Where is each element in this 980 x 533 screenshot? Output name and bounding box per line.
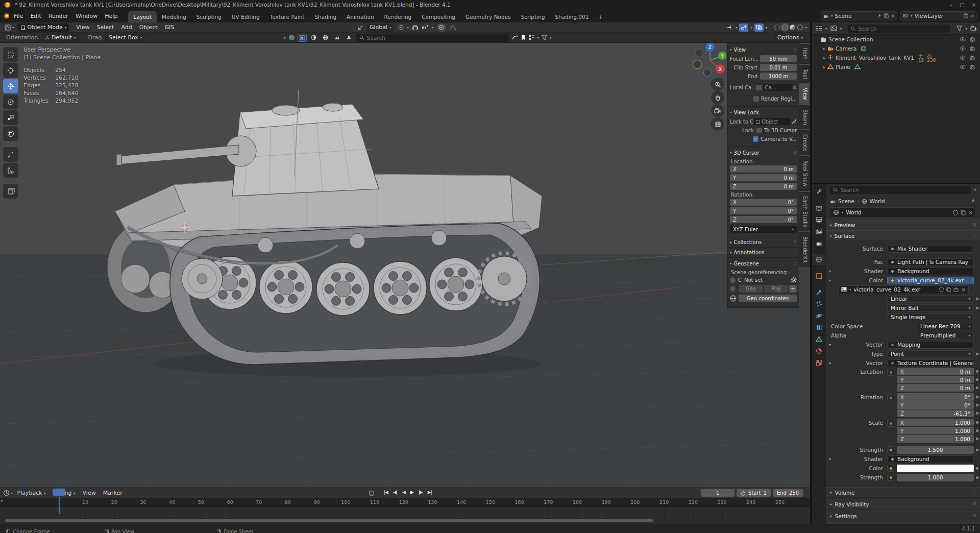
properties-filter-caret[interactable]: ▾ — [974, 188, 976, 191]
panel-3d-cursor-header[interactable]: ▾3D Cursor⠿ — [730, 148, 797, 157]
tool-measure[interactable] — [3, 163, 18, 178]
expand-arrow[interactable]: ▸ — [821, 56, 827, 60]
tree-icon[interactable] — [528, 35, 535, 40]
tool-orientation-dropdown[interactable]: Default▾ — [42, 34, 79, 42]
minimize-button[interactable]: – — [950, 2, 952, 8]
mapping-location-z[interactable]: Z0 m — [897, 384, 974, 392]
gis-search[interactable] — [356, 34, 509, 42]
gis-search-input[interactable] — [367, 35, 423, 41]
strength-field[interactable]: 1.500 — [897, 446, 974, 454]
hide-render-camera-icon[interactable] — [970, 64, 976, 69]
current-frame-field[interactable]: 1 — [701, 489, 734, 497]
xray-toggle-icon[interactable] — [754, 23, 764, 32]
fac-field[interactable]: Light Path | Is Camera Ray — [887, 258, 974, 266]
rgb-sphere-icon[interactable] — [288, 34, 295, 41]
editor-type-icon[interactable] — [3, 23, 12, 32]
hide-viewport-eye-icon[interactable] — [960, 55, 966, 60]
properties-tab-scene[interactable] — [813, 237, 825, 249]
shading-caret[interactable]: ▾ — [805, 26, 807, 29]
panel-volume-header[interactable]: ▾Volume⠿ — [826, 487, 980, 498]
properties-tab-world[interactable] — [813, 254, 825, 265]
sidebar-tab-item[interactable]: Item — [799, 44, 810, 64]
shader-field[interactable]: Background — [887, 268, 974, 275]
world-datablock[interactable]: ▾ World × — [830, 207, 976, 217]
cursor-rotation-x[interactable]: X0° — [730, 199, 797, 206]
crs-radio[interactable] — [730, 277, 736, 283]
tool-rotate[interactable] — [3, 94, 18, 109]
clip-end-field[interactable]: 1000 m — [760, 72, 797, 80]
menu-edit[interactable]: Edit — [27, 11, 44, 21]
menu-window[interactable]: Window — [72, 11, 101, 21]
workspace-tab-geometry-nodes[interactable]: Geometry Nodes — [460, 11, 516, 22]
filter-funnel-icon[interactable] — [542, 35, 547, 40]
eyedropper-icon[interactable] — [792, 119, 797, 124]
close-button[interactable]: × — [972, 2, 976, 8]
strength-socket[interactable] — [887, 446, 894, 453]
hide-render-camera-icon[interactable] — [970, 46, 976, 51]
gis-basemap-button[interactable] — [298, 34, 307, 42]
add-crs-button[interactable]: + — [789, 285, 797, 293]
panel-collections-header[interactable]: ▾Collections⠿ — [728, 237, 799, 248]
sidebar-tab-blenderkit[interactable]: BlenderKit — [799, 232, 810, 267]
jump-start-button[interactable]: |◀ — [382, 489, 390, 495]
panel-surface-header[interactable]: ▾ Surface⠿ — [826, 230, 980, 241]
panel-preview-header[interactable]: ▾ Preview⠿ — [826, 220, 980, 230]
drag-dropdown[interactable]: Select Box▾ — [106, 34, 145, 42]
prev-keyframe-button[interactable]: ◀| — [391, 489, 399, 495]
panel-view-lock-header[interactable]: ▾View Lock⠿ — [730, 108, 797, 117]
panel-settings-header[interactable]: ▾Settings⠿ — [826, 511, 980, 521]
snap-magnet-icon[interactable] — [412, 24, 419, 31]
hide-viewport-eye-icon[interactable] — [960, 46, 966, 51]
expand-chevron[interactable]: ▾ — [826, 269, 834, 274]
tool-cursor[interactable] — [3, 63, 18, 78]
cursor-rotation-z[interactable]: Z0° — [730, 216, 797, 223]
source-dropdown[interactable]: Single Image▾ — [887, 313, 974, 321]
workspace-tab-shading[interactable]: Shading — [309, 11, 341, 22]
properties-tab-view-layer[interactable] — [813, 226, 825, 237]
properties-tab-constraints[interactable] — [813, 322, 825, 333]
rotation-socket[interactable] — [887, 394, 894, 401]
pin-icon[interactable] — [877, 14, 882, 18]
tool-scale[interactable] — [3, 110, 18, 125]
image-unlink-icon[interactable]: × — [961, 286, 966, 293]
workspace-tab-animation[interactable]: Animation — [341, 11, 379, 22]
expand-arrow[interactable]: ▸ — [821, 46, 827, 51]
gis-terrain-icon[interactable] — [333, 34, 342, 42]
pin-id-icon[interactable] — [971, 199, 976, 204]
vector-mapping-field[interactable]: Mapping — [887, 341, 974, 349]
blender-menu-icon[interactable] — [3, 13, 10, 19]
navigation-gizmo[interactable]: Z Y X — [691, 43, 729, 80]
camera-view-icon[interactable] — [711, 104, 724, 117]
options-dropdown[interactable]: Options▾ — [774, 34, 806, 42]
panel-view-header[interactable]: ▾View⠿ — [730, 45, 797, 54]
mapping-scale-x[interactable]: X1.000 — [897, 419, 974, 426]
clip-start-field[interactable]: 0.01 m — [760, 64, 797, 71]
menu-help[interactable]: Help — [101, 11, 121, 21]
surface-shader-field[interactable]: Mix Shader — [887, 245, 974, 253]
shading-solid-icon[interactable] — [782, 25, 788, 30]
outliner-filter-icon[interactable] — [830, 26, 837, 31]
new-collection-icon[interactable] — [970, 26, 977, 32]
proportional-edit-icon[interactable] — [437, 23, 446, 32]
cursor-location-x[interactable]: X0 m — [730, 165, 797, 173]
workspace-tab-shading-001[interactable]: Shading.001 — [550, 11, 594, 22]
tool-move[interactable] — [3, 79, 18, 93]
unlink-datablock-icon[interactable]: × — [968, 209, 973, 215]
new-viewlayer-icon[interactable] — [964, 13, 968, 18]
mode-selector[interactable]: Object Mode ▾ — [17, 23, 70, 32]
panel-annotations-header[interactable]: ▾Annotations⠿ — [728, 248, 799, 258]
bookmark-icon[interactable] — [521, 35, 526, 41]
timeline-ruler[interactable]: 1102030405060708090100110120130140150160… — [0, 498, 810, 507]
gis-stamp-icon[interactable] — [345, 34, 354, 42]
timeline-menu-marker[interactable]: Marker — [100, 488, 126, 498]
play-button[interactable]: ▶ — [408, 489, 415, 495]
pivot-icon[interactable] — [398, 24, 404, 31]
image-shield-icon[interactable] — [939, 287, 944, 292]
lock-object-field[interactable]: Object — [753, 118, 790, 125]
playhead[interactable] — [59, 497, 60, 514]
breadcrumb-scene[interactable]: Scene — [838, 198, 854, 204]
hide-render-camera-icon[interactable] — [970, 37, 976, 42]
color-texture-field[interactable]: victoria_curve_02_4k.exr — [887, 277, 974, 284]
expand-chevron[interactable]: ▾ — [826, 278, 834, 283]
properties-tab-tool[interactable] — [813, 186, 825, 197]
